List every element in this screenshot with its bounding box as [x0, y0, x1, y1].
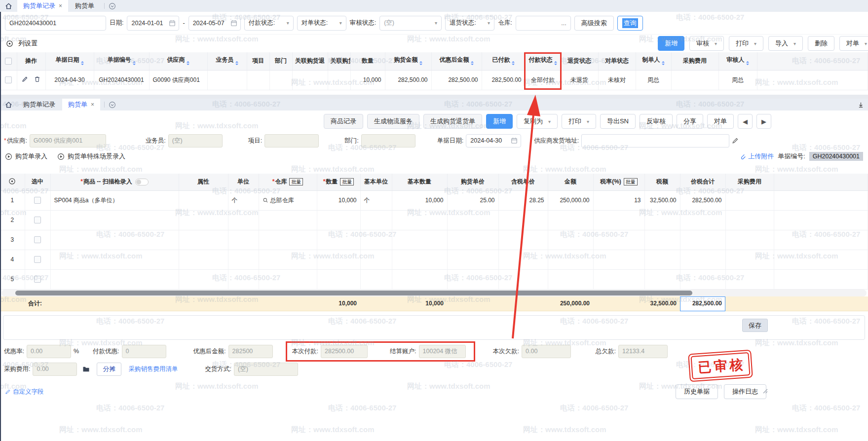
- dept-field[interactable]: [361, 134, 415, 147]
- col-supplier[interactable]: 供应商: [149, 52, 207, 70]
- cell-product[interactable]: SP004 商品a（多单位）: [50, 190, 179, 210]
- folder-icon[interactable]: [82, 366, 90, 372]
- delivery-field[interactable]: [234, 363, 298, 376]
- detail-grid-row[interactable]: 3: [0, 230, 868, 250]
- gen-logistics-button[interactable]: 生成物流服务: [367, 114, 419, 129]
- discount-rate-field[interactable]: [27, 345, 71, 358]
- cell-tax-rate[interactable]: 13: [593, 190, 644, 210]
- tab-purchase-order[interactable]: 购货单 ×: [62, 99, 100, 110]
- scan-toggle[interactable]: [135, 179, 149, 185]
- batch-badge[interactable]: 批量: [289, 178, 303, 185]
- next-record-button[interactable]: ▶: [756, 114, 771, 129]
- ship-address-field[interactable]: [581, 134, 729, 147]
- doc-date-input[interactable]: 2024-04-30: [466, 134, 521, 147]
- detail-grid-row[interactable]: 5: [0, 269, 868, 289]
- remark-area[interactable]: 保存: [3, 315, 865, 340]
- row-checkbox[interactable]: [34, 236, 41, 243]
- scroll-down-icon[interactable]: [858, 102, 864, 108]
- row-checkbox[interactable]: [5, 76, 12, 83]
- warehouse-input[interactable]: ...: [516, 16, 571, 31]
- table-row[interactable]: 2024-04-30 GH20240430001 G0090 供应商001 10…: [0, 70, 868, 90]
- return-status-select[interactable]: 退货状态: ▾: [445, 16, 494, 31]
- fee-list-link[interactable]: 采购销售费用清单: [128, 365, 178, 373]
- match-status-select[interactable]: 对单状态: ▾: [297, 16, 346, 31]
- row-checkbox[interactable]: [34, 217, 41, 223]
- edit-address-icon[interactable]: [732, 137, 739, 144]
- tabs-dropdown-icon[interactable]: [109, 101, 116, 109]
- column-settings-icon[interactable]: [6, 40, 13, 47]
- upload-attachment-link[interactable]: 上传附件: [740, 152, 774, 161]
- tab-purchase-order[interactable]: 购货单: [69, 0, 100, 12]
- unaudit-button[interactable]: 反审核: [640, 114, 673, 129]
- col-date[interactable]: 单据日期: [45, 52, 94, 70]
- edit-icon[interactable]: [22, 76, 28, 82]
- cell-qty[interactable]: 10,000: [317, 190, 360, 210]
- salesman-field[interactable]: [168, 134, 223, 147]
- history-button[interactable]: 历史单据: [676, 384, 718, 399]
- column-settings-label[interactable]: 列设置: [18, 39, 38, 48]
- payment-field[interactable]: [321, 345, 368, 358]
- project-field[interactable]: [264, 134, 319, 147]
- col-discounted[interactable]: 优惠后金额: [431, 52, 482, 70]
- cell-tax-price[interactable]: 28.25: [498, 190, 548, 210]
- tab-purchase-record[interactable]: 购货单记录 ×: [17, 0, 68, 12]
- audit-button[interactable]: 审核▾: [689, 36, 724, 51]
- date-from-input[interactable]: 2024-01-01: [127, 16, 179, 31]
- add-button[interactable]: 新增: [486, 114, 513, 129]
- delete-button[interactable]: 删除: [808, 36, 834, 51]
- gen-return-button[interactable]: 生成购货退货单: [423, 114, 482, 129]
- col-paid[interactable]: 已付款: [482, 52, 525, 70]
- close-icon[interactable]: ×: [59, 2, 62, 9]
- select-all-checkbox[interactable]: [5, 58, 12, 65]
- close-icon[interactable]: ×: [91, 101, 94, 108]
- home-icon[interactable]: [5, 2, 12, 10]
- keyword-input[interactable]: [5, 16, 106, 31]
- scrollbar-thumb[interactable]: [15, 291, 692, 295]
- purchase-fee-field[interactable]: [33, 363, 77, 376]
- operation-log-button[interactable]: 操作日志: [724, 384, 766, 399]
- allocate-button[interactable]: 分摊: [97, 363, 121, 376]
- col-no[interactable]: 单据编号: [94, 52, 149, 70]
- audit-status-select[interactable]: (空) ▾: [379, 16, 442, 31]
- payment-status-select[interactable]: 付款状态: ▾: [244, 16, 294, 31]
- col-pay-status[interactable]: 付款状态: [525, 52, 561, 70]
- cell-price[interactable]: 25.00: [447, 190, 498, 210]
- detail-grid-row[interactable]: 2: [0, 210, 868, 230]
- date-to-input[interactable]: 2024-05-07: [189, 16, 241, 31]
- grid-settings-icon[interactable]: [8, 178, 16, 185]
- import-button[interactable]: 导入▾: [768, 36, 803, 51]
- tabs-dropdown-icon[interactable]: [109, 2, 116, 10]
- horizontal-scrollbar[interactable]: [1, 290, 867, 296]
- account-field[interactable]: [419, 345, 466, 358]
- match-button[interactable]: 对单▾: [839, 36, 868, 51]
- debt-field[interactable]: [522, 345, 571, 358]
- total-debt-field[interactable]: [618, 345, 668, 358]
- detail-grid-row[interactable]: 4: [0, 250, 868, 269]
- col-salesman[interactable]: 业务员: [207, 52, 247, 70]
- col-amount[interactable]: 购货金额: [385, 52, 431, 70]
- search-icon[interactable]: [263, 197, 268, 203]
- col-auditor[interactable]: 审核人: [718, 52, 757, 70]
- share-button[interactable]: 分享: [677, 114, 703, 129]
- prev-record-button[interactable]: ◀: [738, 114, 753, 129]
- supplier-field[interactable]: [30, 134, 106, 147]
- resize-handle-icon[interactable]: [762, 388, 768, 394]
- row-checkbox[interactable]: [34, 276, 41, 283]
- copy-as-button[interactable]: 复制为▾: [517, 114, 558, 129]
- entry-section-toggle[interactable]: 购货单录入: [5, 152, 47, 161]
- match-button[interactable]: 对单: [707, 114, 734, 129]
- export-sn-button[interactable]: 导出SN: [600, 114, 636, 129]
- tab-purchase-record[interactable]: 购货单记录: [17, 99, 61, 110]
- product-record-button[interactable]: 商品记录: [324, 114, 363, 129]
- pay-discount-field[interactable]: [122, 345, 166, 358]
- row-checkbox[interactable]: [34, 197, 41, 204]
- col-creator[interactable]: 制单人: [636, 52, 671, 70]
- custom-fields-link[interactable]: 自定义字段: [5, 388, 44, 396]
- advanced-search-button[interactable]: 高级搜索: [574, 16, 614, 31]
- query-button[interactable]: 查询: [617, 16, 643, 31]
- after-discount-field[interactable]: [228, 345, 273, 358]
- print-button[interactable]: 打印▾: [729, 36, 763, 51]
- delete-icon[interactable]: [34, 76, 40, 82]
- cell-warehouse[interactable]: 总部仓库: [259, 190, 317, 210]
- detail-grid-row[interactable]: 1 SP004 商品a（多单位） 个 总部仓库 10,000 个 10,000 …: [0, 190, 868, 210]
